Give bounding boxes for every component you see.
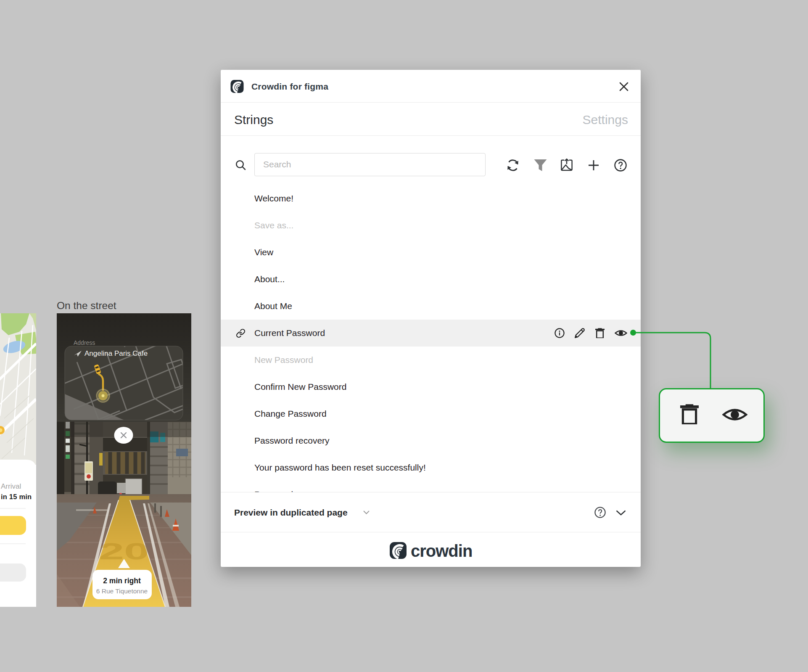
svg-text:Address: Address	[74, 339, 95, 346]
svg-text:2 min right: 2 min right	[103, 577, 141, 585]
svg-text:in 15 min: in 15 min	[1, 493, 32, 500]
svg-text:6 Rue Tiquetonne: 6 Rue Tiquetonne	[96, 587, 148, 595]
svg-text:Arrival: Arrival	[1, 482, 21, 490]
svg-text:Angelina Paris Cafe: Angelina Paris Cafe	[84, 349, 148, 357]
